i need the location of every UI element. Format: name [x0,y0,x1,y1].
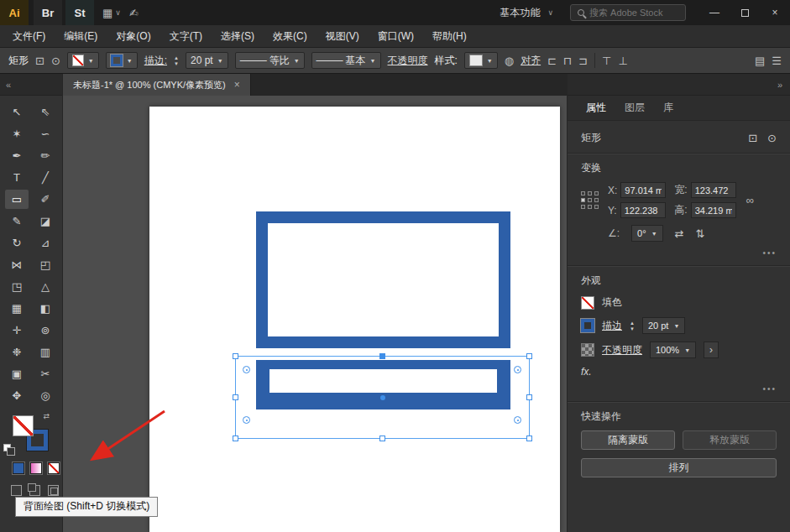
magic-wand-tool[interactable]: ✶ [5,124,29,143]
selection-handle[interactable] [379,353,385,359]
fill-swatch[interactable] [581,296,594,310]
width-tool[interactable]: ⋈ [5,255,29,274]
stepper-up-icon[interactable]: ▲ [630,321,635,326]
free-transform-tool[interactable]: ◰ [34,255,57,274]
align-link[interactable]: 对齐 [521,54,541,68]
target-icon[interactable]: ⊙ [51,55,60,67]
target-icon[interactable]: ⊙ [767,132,777,144]
hand-tool[interactable]: ✥ [5,386,29,405]
type-tool[interactable]: T [5,168,29,187]
style-dropdown[interactable]: ▼ [464,52,498,69]
more-options-button[interactable]: ••• [581,248,777,258]
height-field[interactable] [691,202,736,218]
stroke-weight-stepper[interactable]: ▲ ▼ [630,321,635,331]
x-field[interactable] [620,182,666,198]
slice-tool[interactable]: ✂ [34,364,57,383]
menu-select[interactable]: 选择(S) [212,25,264,48]
draw-normal-button[interactable] [11,485,22,496]
workspace-switcher[interactable]: 基本功能 ∨ [500,6,553,20]
stroke-color-dropdown[interactable]: ▼ [106,52,138,69]
panel-grid-icon[interactable]: ▤ [755,55,765,67]
minimize-button[interactable]: — [699,0,730,25]
stroke-link[interactable]: 描边: [144,54,167,68]
angle-dropdown[interactable]: 0° ▼ [631,225,662,242]
live-corner-widget[interactable] [243,416,250,424]
opacity-forward-button[interactable]: › [704,342,719,358]
menu-help[interactable]: 帮助(H) [423,25,476,48]
tab-libraries[interactable]: 库 [655,95,682,121]
align-bottom-icon[interactable]: ⊥ [618,55,627,67]
flip-horizontal-icon[interactable]: ⇄ [675,227,684,240]
menu-window[interactable]: 窗口(W) [369,25,423,48]
stepper-down-icon[interactable]: ▼ [174,61,179,66]
arrange-button[interactable]: 排列 [581,458,777,477]
selection-handle[interactable] [526,353,532,359]
selection-handle[interactable] [233,394,238,400]
shape-options-icon[interactable]: ⊡ [748,132,757,144]
menu-object[interactable]: 对象(O) [107,25,160,48]
fill-color-dropdown[interactable]: ▼ [67,52,99,69]
menu-file[interactable]: 文件(F) [3,25,55,48]
stepper-up-icon[interactable]: ▲ [174,55,179,60]
gradient-tool[interactable]: ◧ [34,299,57,318]
draw-behind-button[interactable] [29,485,40,496]
reference-point-locator[interactable] [581,191,599,210]
bridge-button[interactable]: Br [34,0,62,25]
close-tab-icon[interactable]: × [234,79,240,91]
selection-handle[interactable] [233,436,238,441]
draw-inside-button[interactable] [48,485,59,496]
restore-button[interactable] [730,0,760,25]
opacity-dropdown[interactable]: 100% ▼ [650,342,696,358]
align-center-icon[interactable]: ⊓ [563,55,572,67]
selection-bounding-box[interactable] [235,356,530,439]
live-corner-widget[interactable] [514,366,521,373]
lasso-tool[interactable]: ∽ [34,124,57,143]
stroke-link[interactable]: 描边 [602,319,622,333]
document-tab[interactable]: 未标题-1* @ 100% (CMYK/像素预览) × [63,74,251,96]
center-point[interactable] [380,395,385,400]
rectangle-tool[interactable]: ▭ [5,190,29,209]
opacity-link[interactable]: 不透明度 [602,343,642,357]
eraser-tool[interactable]: ◪ [34,211,57,231]
stock-button[interactable]: St [65,0,94,25]
paintbrush-tool[interactable]: ✐ [34,190,57,209]
panel-menu-icon[interactable]: ☰ [772,55,782,67]
live-corner-widget[interactable] [243,366,250,373]
adobe-stock-search[interactable] [570,4,686,21]
shape-builder-tool[interactable]: ◳ [5,277,29,296]
stroke-swatch[interactable] [581,319,594,332]
align-top-icon[interactable]: ⊤ [602,55,611,67]
zoom-tool[interactable]: ◎ [34,386,57,405]
shaper-tool[interactable]: ✎ [5,211,29,231]
align-right-icon[interactable]: ⊐ [578,55,588,67]
blend-tool[interactable]: ⊚ [34,321,57,340]
live-corner-widget[interactable] [514,416,521,424]
constrain-proportions-icon[interactable]: ∞ [746,194,754,206]
stroke-weight-stepper[interactable]: ▲ ▼ [174,55,179,66]
flip-vertical-icon[interactable]: ⇅ [695,227,704,240]
mesh-tool[interactable]: ▦ [5,299,29,318]
curvature-tool[interactable]: ✏ [34,146,57,165]
shape-options-icon[interactable]: ⊡ [35,55,44,67]
pen-tool[interactable]: ✒ [5,146,29,165]
fill-proxy-swatch[interactable] [13,415,34,436]
line-segment-tool[interactable]: ╱ [34,168,57,187]
perspective-grid-tool[interactable]: △ [34,277,57,296]
symbol-sprayer-tool[interactable]: ❉ [5,342,29,362]
selection-tool[interactable]: ↖ [5,102,29,122]
effects-button[interactable]: fx. [581,366,777,378]
chevron-down-icon[interactable]: ∨ [115,8,121,17]
brush-definition-dropdown[interactable]: ——— 基本 ▼ [311,52,381,69]
artboard-tool[interactable]: ▣ [5,364,29,383]
close-button[interactable]: × [760,0,790,25]
menu-effect[interactable]: 效果(C) [264,25,317,48]
tools-collapse-button[interactable]: « [0,74,62,96]
selection-handle[interactable] [379,436,385,441]
monitor-screen-rectangle[interactable] [256,211,510,348]
align-left-icon[interactable]: ⊏ [547,55,557,67]
y-field[interactable] [620,202,666,218]
more-options-button[interactable]: ••• [581,384,777,394]
menu-type[interactable]: 文字(T) [160,25,212,48]
stroke-weight-dropdown[interactable]: 20 pt ▼ [186,52,228,69]
menu-view[interactable]: 视图(V) [317,25,369,48]
